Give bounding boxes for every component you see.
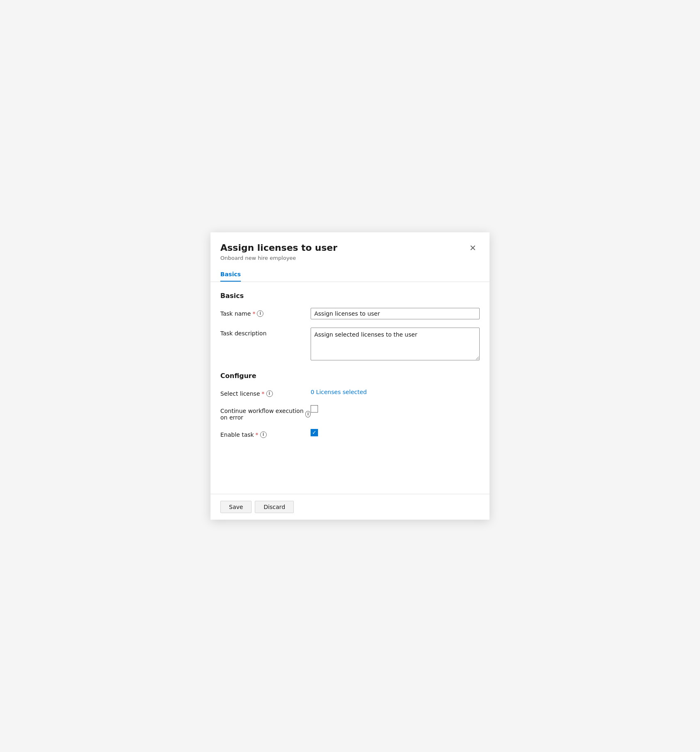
close-button[interactable]: ✕ — [466, 242, 480, 254]
continue-workflow-row: Continue workflow execution on error i — [220, 405, 480, 421]
dialog-subtitle: Onboard new hire employee — [220, 255, 337, 261]
task-name-label: Task name * i — [220, 308, 311, 317]
task-name-row: Task name * i — [220, 308, 480, 319]
select-license-required: * — [262, 390, 265, 397]
enable-task-checkbox[interactable]: ✓ — [311, 429, 318, 436]
configure-section: Configure Select license * i 0 Licenses … — [220, 372, 480, 438]
task-description-label: Task description — [220, 328, 311, 337]
continue-workflow-control — [311, 405, 480, 413]
select-license-label: Select license * i — [220, 388, 311, 397]
enable-task-label: Enable task * i — [220, 429, 311, 438]
enable-task-info-icon[interactable]: i — [260, 431, 267, 438]
continue-workflow-checkbox[interactable] — [311, 405, 318, 413]
licenses-selected-link[interactable]: 0 Licenses selected — [311, 389, 367, 395]
task-description-row: Task description — [220, 328, 480, 362]
dialog-content: Basics Task name * i Task description — [210, 282, 490, 494]
dialog-footer: Save Discard — [210, 494, 490, 520]
configure-section-title: Configure — [220, 372, 480, 380]
task-name-required: * — [252, 310, 255, 317]
dialog-title-group: Assign licenses to user Onboard new hire… — [220, 242, 337, 261]
task-name-input[interactable] — [311, 308, 480, 319]
enable-task-control: ✓ — [311, 429, 480, 436]
task-description-input[interactable] — [311, 328, 480, 360]
dialog-title: Assign licenses to user — [220, 242, 337, 254]
continue-workflow-label: Continue workflow execution on error i — [220, 405, 311, 421]
task-name-info-icon[interactable]: i — [257, 310, 263, 317]
close-icon: ✕ — [469, 244, 476, 252]
tabs-bar: Basics — [210, 261, 490, 282]
discard-button[interactable]: Discard — [255, 501, 294, 513]
select-license-info-icon[interactable]: i — [266, 390, 273, 397]
enable-task-required: * — [256, 431, 258, 438]
dialog-header: Assign licenses to user Onboard new hire… — [210, 232, 490, 261]
task-description-control — [311, 328, 480, 362]
assign-licenses-dialog: Assign licenses to user Onboard new hire… — [210, 232, 490, 520]
continue-workflow-info-icon[interactable]: i — [305, 411, 311, 417]
save-button[interactable]: Save — [220, 501, 252, 513]
enable-task-row: Enable task * i ✓ — [220, 429, 480, 438]
task-name-control — [311, 308, 480, 319]
check-icon: ✓ — [312, 430, 317, 435]
tab-basics[interactable]: Basics — [220, 268, 241, 282]
select-license-control: 0 Licenses selected — [311, 388, 480, 396]
basics-section-title: Basics — [220, 292, 480, 300]
select-license-row: Select license * i 0 Licenses selected — [220, 388, 480, 397]
